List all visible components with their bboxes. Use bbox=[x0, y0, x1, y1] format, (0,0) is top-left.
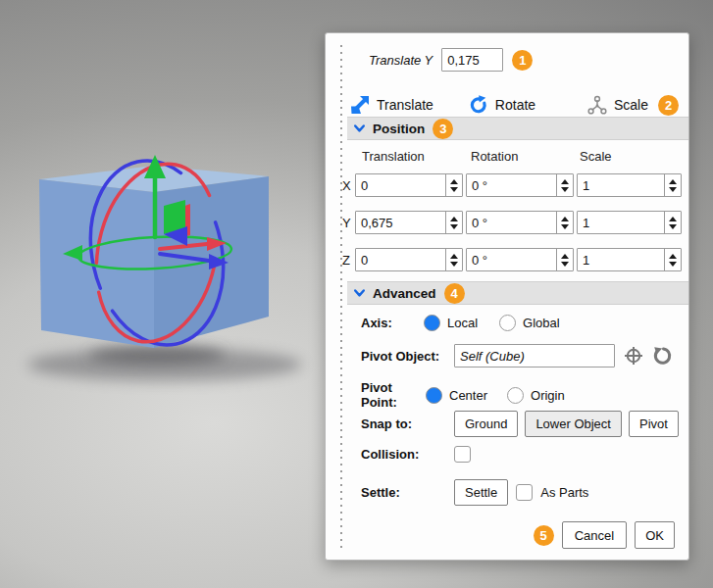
rotate-icon bbox=[469, 95, 488, 115]
x-rotation-spinner[interactable]: 0 ° bbox=[466, 173, 574, 197]
as-parts-label: As Parts bbox=[540, 485, 588, 500]
x-scale-spinner[interactable]: 1 bbox=[577, 173, 682, 197]
spin-down-icon bbox=[561, 224, 569, 229]
radio-dot bbox=[426, 387, 442, 404]
z-rotation-value: 0 ° bbox=[467, 249, 556, 270]
cube-shadow bbox=[27, 345, 302, 381]
x-translation-value: 0 bbox=[356, 174, 445, 196]
panel-drag-handle[interactable] bbox=[340, 45, 342, 548]
translate-y-input[interactable] bbox=[441, 48, 503, 72]
z-translation-spinner[interactable]: 0 bbox=[355, 248, 463, 271]
spin-up-icon bbox=[561, 217, 569, 221]
spin-up-icon bbox=[450, 217, 458, 221]
pivot-object-input[interactable] bbox=[454, 344, 615, 368]
axis-row-label-z: Z bbox=[342, 253, 350, 268]
step-badge-4: 4 bbox=[444, 283, 465, 304]
scale-tool-button[interactable]: Scale bbox=[587, 95, 648, 115]
pick-pivot-target-button[interactable] bbox=[624, 346, 643, 366]
active-tool-label: Translate Y bbox=[369, 53, 433, 68]
z-scale-value: 1 bbox=[578, 249, 664, 270]
z-translation-value: 0 bbox=[356, 249, 445, 270]
spin-down-icon bbox=[669, 262, 677, 267]
spin-up-icon bbox=[669, 254, 677, 259]
as-parts-checkbox[interactable] bbox=[516, 484, 533, 501]
spinner-buttons[interactable] bbox=[556, 174, 573, 196]
radio-dot bbox=[424, 315, 440, 331]
spin-up-icon bbox=[561, 179, 569, 184]
axis-row-label-y: Y bbox=[342, 216, 351, 230]
rotate-tool-button[interactable]: Rotate bbox=[469, 95, 535, 115]
x-rotation-value: 0 ° bbox=[467, 174, 556, 196]
translate-tool-label: Translate bbox=[377, 97, 433, 113]
column-header-scale: Scale bbox=[580, 149, 612, 164]
radio-dot bbox=[499, 315, 516, 331]
chevron-down-icon bbox=[354, 289, 365, 297]
scale-icon bbox=[587, 95, 607, 115]
y-rotation-spinner[interactable]: 0 ° bbox=[466, 211, 574, 234]
pivot-point-origin-radio[interactable]: Origin bbox=[507, 387, 565, 404]
translate-icon bbox=[350, 95, 370, 115]
y-translation-spinner[interactable]: 0,675 bbox=[355, 211, 463, 234]
position-section-header[interactable]: Position 3 bbox=[347, 117, 688, 140]
snap-lower-object-button[interactable]: Lower Object bbox=[525, 411, 622, 437]
collision-label: Collision: bbox=[361, 447, 454, 462]
spin-down-icon bbox=[561, 262, 569, 267]
step-badge-3: 3 bbox=[433, 119, 453, 139]
snap-ground-button[interactable]: Ground bbox=[454, 411, 518, 437]
rotate-ccw-icon bbox=[652, 346, 673, 367]
column-header-rotation: Rotation bbox=[471, 149, 518, 164]
pivot-object-label: Pivot Object: bbox=[361, 349, 454, 364]
translate-tool-button[interactable]: Translate bbox=[350, 95, 433, 115]
rotate-tool-label: Rotate bbox=[495, 97, 535, 113]
step-badge-2: 2 bbox=[658, 95, 679, 116]
radio-dot bbox=[507, 387, 524, 404]
cancel-button[interactable]: Cancel bbox=[562, 521, 627, 549]
axis-local-label: Local bbox=[447, 316, 478, 330]
ok-button[interactable]: OK bbox=[635, 521, 675, 549]
axis-local-radio[interactable]: Local bbox=[424, 315, 478, 331]
axis-label: Axis: bbox=[361, 316, 424, 330]
spin-down-icon bbox=[450, 262, 458, 267]
transform-panel: Translate Y 1 Translate Rotate bbox=[325, 32, 689, 561]
spinner-buttons[interactable] bbox=[664, 212, 681, 233]
y-translation-value: 0,675 bbox=[356, 212, 445, 233]
collision-checkbox[interactable] bbox=[454, 446, 471, 463]
spinner-buttons[interactable] bbox=[664, 249, 681, 270]
target-icon bbox=[624, 346, 643, 366]
spinner-buttons[interactable] bbox=[556, 212, 573, 233]
axis-row-label-x: X bbox=[342, 178, 351, 193]
spin-down-icon bbox=[669, 224, 677, 229]
pivot-point-origin-label: Origin bbox=[531, 388, 565, 403]
spin-down-icon bbox=[669, 187, 677, 192]
position-section-title: Position bbox=[373, 122, 425, 136]
x-scale-value: 1 bbox=[578, 174, 664, 196]
pivot-point-center-label: Center bbox=[449, 388, 487, 403]
spin-up-icon bbox=[450, 179, 458, 184]
pivot-point-center-radio[interactable]: Center bbox=[426, 387, 487, 404]
y-scale-spinner[interactable]: 1 bbox=[577, 211, 682, 234]
z-rotation-spinner[interactable]: 0 ° bbox=[466, 248, 574, 271]
spinner-buttons[interactable] bbox=[445, 249, 462, 270]
pivot-point-label: Pivot Point: bbox=[361, 380, 426, 410]
x-translation-spinner[interactable]: 0 bbox=[355, 173, 463, 197]
spinner-buttons[interactable] bbox=[445, 174, 462, 196]
spin-up-icon bbox=[669, 179, 677, 184]
snap-pivot-button[interactable]: Pivot bbox=[629, 411, 679, 437]
axis-global-radio[interactable]: Global bbox=[499, 315, 560, 331]
spin-up-icon bbox=[450, 254, 458, 259]
spinner-buttons[interactable] bbox=[664, 174, 681, 196]
reset-pivot-button[interactable] bbox=[652, 346, 673, 367]
spinner-buttons[interactable] bbox=[445, 212, 462, 233]
y-rotation-value: 0 ° bbox=[467, 212, 556, 233]
z-scale-spinner[interactable]: 1 bbox=[577, 248, 682, 271]
advanced-section-header[interactable]: Advanced 4 bbox=[347, 281, 688, 305]
chevron-down-icon bbox=[354, 124, 365, 132]
settle-button[interactable]: Settle bbox=[454, 479, 508, 506]
spin-up-icon bbox=[561, 254, 569, 259]
spin-down-icon bbox=[450, 187, 458, 192]
spinner-buttons[interactable] bbox=[556, 249, 573, 270]
spin-up-icon bbox=[669, 217, 677, 221]
settle-label: Settle: bbox=[361, 485, 454, 500]
step-badge-1: 1 bbox=[512, 50, 533, 71]
spin-down-icon bbox=[561, 187, 569, 192]
